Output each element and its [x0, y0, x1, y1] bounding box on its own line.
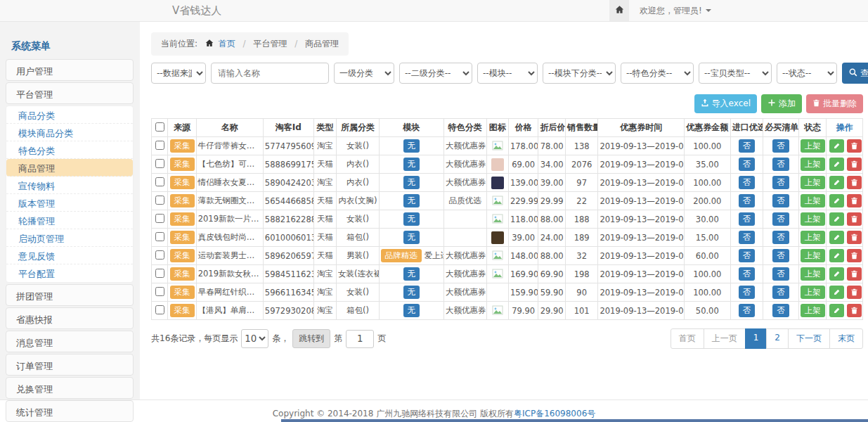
- sidebar-item-order-management[interactable]: 订单管理: [6, 354, 134, 376]
- edit-button[interactable]: [829, 267, 844, 281]
- sidebar-item-feedback[interactable]: 意见反馈: [6, 247, 133, 264]
- edit-button[interactable]: [829, 304, 844, 317]
- delete-button[interactable]: [847, 176, 862, 189]
- row-checkbox[interactable]: [155, 141, 164, 150]
- edit-button[interactable]: [829, 249, 844, 262]
- add-button[interactable]: 添加: [761, 94, 802, 113]
- status-toggle[interactable]: 上架: [801, 139, 825, 153]
- sidebar-item-exchange-management[interactable]: 兑换管理: [6, 377, 134, 399]
- page-button-末页[interactable]: 末页: [829, 328, 863, 349]
- delete-button[interactable]: [847, 249, 862, 262]
- edit-button[interactable]: [829, 231, 844, 244]
- import-select-toggle[interactable]: 否: [739, 139, 756, 153]
- sidebar-item-user-management[interactable]: 用户管理: [6, 59, 134, 81]
- status-toggle[interactable]: 上架: [801, 158, 825, 171]
- delete-button[interactable]: [847, 304, 862, 317]
- user-menu[interactable]: 欢迎您，管理员!: [640, 5, 711, 17]
- import-select-toggle[interactable]: 否: [739, 212, 756, 226]
- must-buy-toggle[interactable]: 否: [772, 249, 789, 262]
- sidebar-item-feature-category[interactable]: 特色分类: [6, 141, 133, 159]
- status-toggle[interactable]: 上架: [801, 286, 825, 299]
- jump-to-page-button[interactable]: 跳转到: [292, 329, 330, 348]
- page-button-下一页[interactable]: 下一页: [788, 328, 830, 349]
- row-checkbox[interactable]: [155, 287, 164, 296]
- batch-delete-button[interactable]: 批量删除: [806, 94, 863, 113]
- delete-button[interactable]: [847, 267, 862, 281]
- import-select-toggle[interactable]: 否: [739, 194, 756, 207]
- status-toggle[interactable]: 上架: [801, 304, 825, 317]
- import-excel-button[interactable]: 导入excel: [694, 94, 757, 113]
- status-toggle[interactable]: 上架: [801, 231, 825, 244]
- status-toggle[interactable]: 上架: [801, 249, 825, 262]
- status-toggle[interactable]: 上架: [801, 212, 825, 226]
- page-button-上一页[interactable]: 上一页: [704, 328, 746, 349]
- breadcrumb-home-link[interactable]: 首页: [219, 39, 235, 49]
- sidebar-item-message-management[interactable]: 消息管理: [6, 331, 134, 352]
- search-button[interactable]: 查询: [842, 63, 868, 84]
- must-buy-toggle[interactable]: 否: [772, 158, 789, 171]
- name-search-input[interactable]: [211, 63, 329, 84]
- must-buy-toggle[interactable]: 否: [772, 231, 789, 244]
- item-type-select[interactable]: --宝贝类型--: [699, 63, 772, 84]
- import-select-toggle[interactable]: 否: [739, 286, 756, 299]
- import-select-toggle[interactable]: 否: [739, 267, 756, 281]
- level2-category-select[interactable]: --二级分类--: [399, 63, 472, 84]
- home-button[interactable]: [609, 0, 629, 21]
- sidebar-item-product-category[interactable]: 商品分类: [6, 106, 133, 124]
- row-checkbox[interactable]: [155, 232, 164, 241]
- module-subcategory-select[interactable]: --模块下分类--: [543, 63, 616, 84]
- edit-button[interactable]: [829, 139, 844, 153]
- sidebar-item-promo-material[interactable]: 宣传物料: [6, 177, 133, 194]
- import-select-toggle[interactable]: 否: [739, 249, 756, 262]
- data-source-select[interactable]: --数据来源--: [151, 63, 206, 84]
- icp-link[interactable]: 粤ICP备16098006号: [514, 409, 595, 418]
- status-select[interactable]: --状态--: [777, 63, 837, 84]
- select-all-checkbox[interactable]: [155, 122, 164, 132]
- edit-button[interactable]: [829, 194, 844, 207]
- page-number-input[interactable]: [346, 330, 374, 348]
- row-checkbox[interactable]: [155, 159, 164, 168]
- must-buy-toggle[interactable]: 否: [772, 267, 789, 281]
- sidebar-item-module-product-category[interactable]: 模块商品分类: [6, 124, 133, 141]
- page-button-首页[interactable]: 首页: [671, 328, 704, 349]
- edit-button[interactable]: [829, 176, 844, 189]
- module-select[interactable]: --模块--: [477, 63, 538, 84]
- level1-category-select[interactable]: 一级分类: [334, 63, 394, 84]
- row-checkbox[interactable]: [155, 250, 164, 260]
- feature-category-select[interactable]: --特色分类--: [621, 63, 694, 84]
- import-select-toggle[interactable]: 否: [739, 231, 756, 244]
- sidebar-item-product-management[interactable]: 商品管理: [6, 159, 133, 177]
- must-buy-toggle[interactable]: 否: [772, 212, 789, 226]
- sidebar-item-splash-page-management[interactable]: 启动页管理: [6, 229, 133, 247]
- delete-button[interactable]: [847, 286, 862, 299]
- status-toggle[interactable]: 上架: [801, 267, 825, 281]
- delete-button[interactable]: [847, 194, 862, 207]
- status-toggle[interactable]: 上架: [801, 194, 825, 207]
- must-buy-toggle[interactable]: 否: [772, 194, 789, 207]
- sidebar-item-stats-management[interactable]: 统计管理: [6, 400, 134, 422]
- must-buy-toggle[interactable]: 否: [772, 139, 789, 153]
- row-checkbox[interactable]: [155, 269, 164, 278]
- status-toggle[interactable]: 上架: [801, 176, 825, 189]
- must-buy-toggle[interactable]: 否: [772, 304, 789, 317]
- row-checkbox[interactable]: [155, 196, 164, 205]
- sidebar-item-platform-config[interactable]: 平台配置: [6, 264, 133, 282]
- row-checkbox[interactable]: [155, 214, 164, 223]
- page-button-2[interactable]: 2: [766, 328, 789, 349]
- must-buy-toggle[interactable]: 否: [772, 286, 789, 299]
- row-checkbox[interactable]: [155, 177, 164, 186]
- sidebar-item-group-buy-management[interactable]: 拼团管理: [6, 284, 134, 306]
- row-checkbox[interactable]: [155, 305, 164, 314]
- sidebar-item-version-management[interactable]: 版本管理: [6, 194, 133, 212]
- sidebar-item-saving-express[interactable]: 省惠快报: [6, 307, 134, 329]
- must-buy-toggle[interactable]: 否: [772, 176, 789, 189]
- delete-button[interactable]: [847, 212, 862, 226]
- sidebar-item-carousel-management[interactable]: 轮播管理: [6, 212, 133, 229]
- edit-button[interactable]: [829, 286, 844, 299]
- import-select-toggle[interactable]: 否: [739, 158, 756, 171]
- delete-button[interactable]: [847, 231, 862, 244]
- sidebar-item-platform-management[interactable]: 平台管理: [6, 82, 134, 104]
- delete-button[interactable]: [847, 139, 862, 153]
- page-button-1[interactable]: 1: [745, 328, 767, 349]
- edit-button[interactable]: [829, 212, 844, 226]
